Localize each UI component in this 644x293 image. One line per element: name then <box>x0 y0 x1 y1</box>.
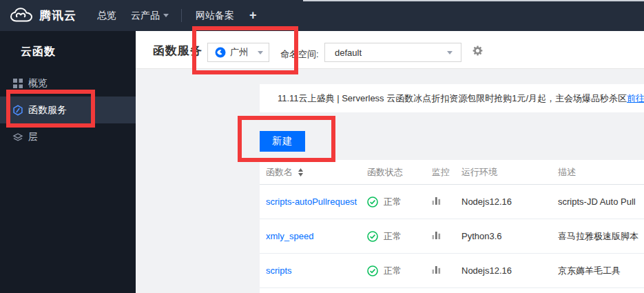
col-monitor: 监控 <box>432 166 461 179</box>
gear-icon[interactable] <box>472 45 484 57</box>
top-nav-bar: 腾讯云 总览 云产品 网站备案 + <box>0 0 644 31</box>
topnav-products[interactable]: 云产品 <box>131 0 169 31</box>
grid-icon <box>12 78 23 89</box>
chevron-down-icon <box>447 51 453 54</box>
tencent-cloud-logo-icon <box>9 7 34 25</box>
description-cell: 喜马拉雅极速版脚本 <box>558 230 644 243</box>
status-text: 正常 <box>384 230 402 243</box>
status-ok-icon <box>367 265 378 276</box>
announcement-text: 11.11云上盛典 | Serverless 云函数冰点折扣资源包限时抢购1元/… <box>278 92 627 105</box>
sort-icon[interactable] <box>298 168 303 176</box>
col-function-status: 函数状态 <box>367 166 432 179</box>
sidebar: 云函数 概览 函数服务 层 <box>0 31 136 293</box>
namespace-selector[interactable]: default <box>324 43 461 62</box>
annotation-box-region <box>192 26 298 74</box>
table-row: scripts 正常 Nodejs12.16 京东薅羊毛工 <box>260 254 644 288</box>
function-table: 函数名 函数状态 监控 运行环境 描述 scripts-autoPullrequ… <box>260 160 644 293</box>
col-runtime: 运行环境 <box>461 166 558 179</box>
runtime-cell: Nodejs12.16 <box>461 265 558 276</box>
window-edge-line <box>303 0 644 1</box>
table-row: scripts-autoPullrequest 正常 Nodejs12.1 <box>260 185 644 219</box>
namespace-value: default <box>335 48 362 58</box>
topnav-overview[interactable]: 总览 <box>97 0 116 31</box>
description-cell: 京东薅羊毛工具 <box>558 265 644 277</box>
description-cell: scripts-JD Auto Pull <box>558 196 644 207</box>
function-name-link[interactable]: xmly_speed <box>266 231 313 241</box>
sidebar-item-label: 层 <box>28 131 38 143</box>
sidebar-title: 云函数 <box>21 45 56 59</box>
chevron-down-icon <box>163 14 169 17</box>
sidebar-item-label: 概览 <box>28 77 48 90</box>
content-area: 11.11云上盛典 | Serverless 云函数冰点折扣资源包限时抢购1元/… <box>136 69 644 293</box>
brand[interactable]: 腾讯云 <box>9 0 76 31</box>
status-text: 正常 <box>384 196 402 208</box>
runtime-cell: Python3.6 <box>461 231 558 241</box>
layers-icon <box>12 132 23 143</box>
monitor-chart-icon[interactable] <box>432 230 442 240</box>
col-description: 描述 <box>558 166 644 179</box>
annotation-box-sidebar-item <box>6 90 95 128</box>
status-ok-icon <box>367 231 378 242</box>
app-window: 腾讯云 总览 云产品 网站备案 + 云函数 概览 <box>0 0 644 293</box>
announcement-link[interactable]: 前往 <box>627 92 644 105</box>
monitor-chart-icon[interactable] <box>432 196 442 205</box>
function-name-link[interactable]: scripts-autoPullrequest <box>266 196 357 207</box>
announcement-bar: 11.11云上盛典 | Serverless 云函数冰点折扣资源包限时抢购1元/… <box>260 84 644 112</box>
monitor-chart-icon[interactable] <box>432 265 442 274</box>
status-text: 正常 <box>384 265 402 277</box>
runtime-cell: Nodejs12.16 <box>461 196 558 207</box>
table-row: xmly_speed 正常 Python3.6 喜马拉雅极 <box>260 219 644 254</box>
topnav-divider <box>181 9 182 22</box>
annotation-box-create-button <box>238 116 335 162</box>
status-ok-icon <box>367 196 378 208</box>
col-function-name: 函数名 <box>266 166 293 179</box>
function-name-link[interactable]: scripts <box>266 265 292 276</box>
table-header-row: 函数名 函数状态 监控 运行环境 描述 <box>260 160 644 185</box>
brand-name: 腾讯云 <box>39 8 76 23</box>
